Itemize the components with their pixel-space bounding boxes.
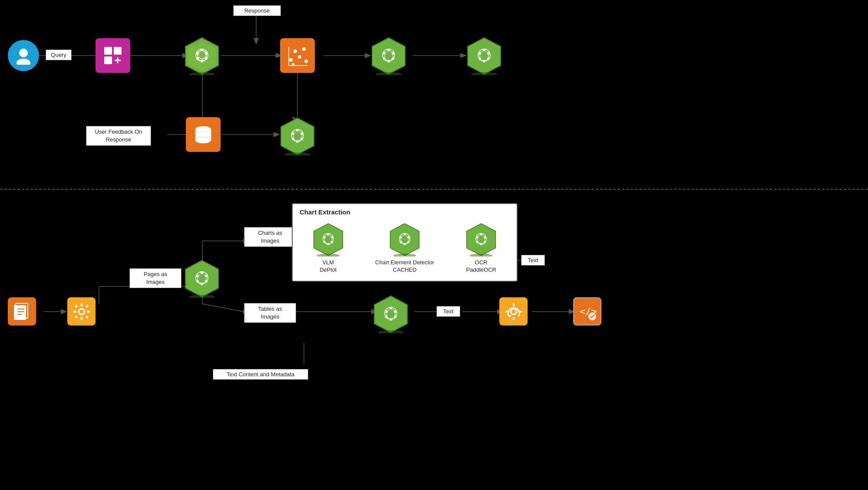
tables-as-images-label: Tables as Images [244,303,296,323]
svg-marker-118 [281,118,314,155]
gear-icon-1 [73,303,91,321]
database-icon [192,124,214,145]
svg-rect-52 [104,56,112,64]
document-copy-icon [13,303,31,321]
text-label-2: Text [436,306,460,317]
hex-svg-4 [280,117,315,155]
hex-icon-2 [371,37,406,75]
vlm-deplot-item: VLMDePlot [313,223,343,274]
chart-element-hex [389,223,420,257]
chart-extraction-title: Chart Extraction [293,204,517,218]
hex-svg-1: ⬡ [185,37,219,75]
svg-point-224 [512,309,516,314]
svg-point-48 [19,49,28,57]
svg-rect-140 [81,303,83,306]
chart-extraction-inner: VLMDePlot [293,218,517,281]
svg-point-76 [304,59,308,63]
svg-marker-80 [372,38,405,74]
hex-icon-1: ⬡ [185,37,219,75]
svg-marker-163 [314,224,343,256]
svg-point-139 [79,309,84,314]
vlm-deplot-label: VLMDePlot [320,259,337,274]
chart-extraction-box: Chart Extraction [292,203,518,282]
svg-point-94 [376,72,402,75]
svg-marker-9 [460,53,467,58]
ocr-paddleocr-hex [466,223,496,257]
chart-element-detector-label: Chart Element DetectorCACHED [375,259,434,274]
svg-marker-178 [390,224,419,256]
svg-point-49 [17,59,30,65]
pages-as-images-label: Pages as Images [129,268,182,288]
svg-marker-36 [61,309,67,314]
response-label: Response [233,5,281,16]
orange-scatter-tile [280,38,315,73]
svg-rect-226 [513,317,515,320]
ocr-paddleocr-label: OCRPaddleOCR [466,259,496,274]
svg-point-77 [292,63,294,66]
hex-svg-2 [371,37,406,75]
svg-rect-144 [74,304,77,307]
svg-point-74 [298,55,301,59]
yellow-gear-tile-1 [67,297,96,326]
svg-rect-50 [104,47,112,55]
svg-point-222 [378,330,404,333]
hex-icon-4 [280,117,315,155]
query-label: Query [46,49,72,60]
svg-point-109 [471,72,497,75]
chart-element-detector-item: Chart Element DetectorCACHED [375,223,434,274]
svg-marker-8 [365,53,371,58]
text-label-1: Text [521,255,545,266]
vlm-deplot-hex [313,223,343,257]
hex-svg-3 [467,37,502,75]
svg-line-44 [202,304,243,312]
svg-point-207 [470,253,493,257]
user-feedback-label: User Feedback On Response [86,126,151,146]
text-content-metadata-label: Text Content and Metadata [213,369,308,380]
yellow-gear-tile-2 [499,297,528,326]
magenta-grid-tile [96,38,130,73]
svg-rect-146 [74,315,77,318]
svg-rect-145 [85,304,88,307]
ocr-paddleocr-item: OCRPaddleOCR [466,223,496,274]
svg-marker-11 [254,38,259,45]
svg-rect-51 [114,47,122,55]
hex-icon-3 [467,37,502,75]
svg-point-72 [289,58,293,62]
svg-marker-193 [467,224,496,256]
diagram-container: Response Query ⬡ [0,0,868,490]
svg-point-132 [284,152,310,155]
grid-plus-icon [102,45,123,66]
scatter-icon [287,45,308,66]
svg-point-73 [294,49,297,53]
user-icon [14,46,33,65]
svg-rect-143 [87,311,90,312]
code-check-icon: </> [578,303,597,321]
svg-point-71 [189,72,215,75]
svg-rect-147 [85,315,88,318]
svg-point-75 [302,47,306,51]
svg-rect-142 [73,311,76,312]
svg-marker-148 [185,260,218,297]
hex-icon-6 [373,295,408,333]
svg-rect-141 [81,317,83,320]
svg-point-192 [393,253,416,257]
svg-rect-225 [513,303,515,306]
svg-marker-15 [274,132,280,137]
dashed-divider [0,189,868,190]
code-tile: </> [573,297,601,326]
hex-svg-5 [185,260,219,298]
svg-point-177 [317,253,340,257]
orange-doc-tile [8,297,36,326]
orange-db-tile [186,117,221,152]
user-avatar [8,40,39,71]
gear-refresh-icon [505,303,523,321]
svg-point-162 [189,295,215,298]
svg-marker-95 [468,38,501,74]
charts-as-images-label: Charts as Images [244,227,296,247]
hex-svg-6 [373,295,408,333]
svg-marker-208 [374,296,407,332]
hex-icon-5 [185,260,219,298]
